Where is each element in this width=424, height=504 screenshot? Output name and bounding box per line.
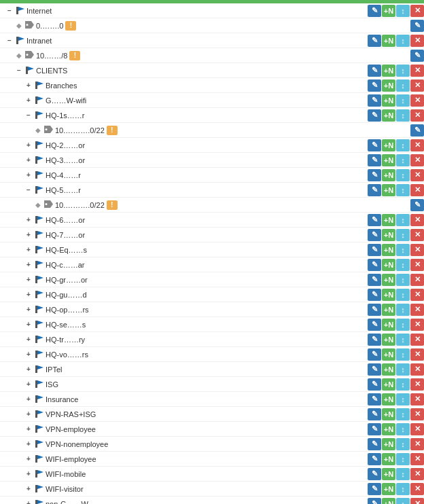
delete-button[interactable]: ✕ [410,94,424,107]
delete-button[interactable]: ✕ [410,5,424,17]
edit-button[interactable]: ✎ [410,50,424,62]
move-button[interactable]: ↕ [396,5,410,17]
expand-icon[interactable]: + [24,380,33,389]
edit-button[interactable]: ✎ [368,214,381,226]
delete-button[interactable]: ✕ [410,363,424,376]
edit-button[interactable]: ✎ [368,154,381,166]
expand-icon[interactable]: + [24,455,33,463]
add-button[interactable]: +N [382,35,395,47]
edit-button[interactable]: ✎ [368,423,381,435]
collapse-icon[interactable]: − [24,111,33,120]
add-button[interactable]: +N [382,423,395,435]
add-button[interactable]: +N [382,259,395,271]
add-button[interactable]: +N [382,5,395,17]
edit-button[interactable]: ✎ [368,5,381,17]
delete-button[interactable]: ✕ [410,274,424,286]
delete-button[interactable]: ✕ [410,229,424,241]
add-button[interactable]: +N [382,139,395,151]
edit-button[interactable]: ✎ [368,334,381,346]
add-button[interactable]: +N [382,304,395,316]
delete-button[interactable]: ✕ [410,289,424,301]
delete-button[interactable]: ✕ [410,154,424,166]
move-button[interactable]: ↕ [396,468,410,480]
edit-button[interactable]: ✎ [368,393,381,406]
expand-icon[interactable]: + [24,291,33,299]
delete-button[interactable]: ✕ [410,334,424,346]
add-button[interactable]: +N [382,348,395,361]
edit-button[interactable]: ✎ [368,79,381,92]
add-button[interactable]: +N [382,378,395,391]
add-button[interactable]: +N [382,468,395,480]
delete-button[interactable]: ✕ [410,35,424,47]
expand-icon[interactable]: + [24,485,33,493]
delete-button[interactable]: ✕ [410,438,424,450]
move-button[interactable]: ↕ [396,154,410,166]
edit-button[interactable]: ✎ [410,20,424,32]
delete-button[interactable]: ✕ [410,214,424,226]
edit-button[interactable]: ✎ [368,289,381,301]
edit-button[interactable]: ✎ [368,139,381,151]
expand-icon[interactable]: + [24,171,33,179]
collapse-icon[interactable]: − [24,186,33,194]
move-button[interactable]: ↕ [396,214,410,226]
expand-icon[interactable]: + [24,156,33,164]
collapse-icon[interactable]: − [15,67,23,75]
edit-button[interactable]: ✎ [410,199,424,211]
edit-button[interactable]: ✎ [368,169,381,181]
move-button[interactable]: ↕ [396,274,410,286]
add-button[interactable]: +N [382,483,395,495]
expand-icon[interactable]: + [24,395,33,403]
edit-button[interactable]: ✎ [368,274,381,286]
edit-button[interactable]: ✎ [368,348,381,361]
edit-button[interactable]: ✎ [368,184,381,196]
collapse-icon[interactable]: − [5,37,14,45]
delete-button[interactable]: ✕ [410,453,424,465]
collapse-icon[interactable]: − [5,7,14,15]
move-button[interactable]: ↕ [396,408,410,420]
edit-button[interactable]: ✎ [368,304,381,316]
move-button[interactable]: ↕ [396,453,410,465]
add-button[interactable]: +N [382,244,395,256]
delete-button[interactable]: ✕ [410,408,424,420]
delete-button[interactable]: ✕ [410,259,424,271]
delete-button[interactable]: ✕ [410,498,424,505]
delete-button[interactable]: ✕ [410,139,424,151]
expand-icon[interactable]: + [24,82,33,90]
add-button[interactable]: +N [382,229,395,241]
move-button[interactable]: ↕ [396,259,410,271]
delete-button[interactable]: ✕ [410,244,424,256]
add-button[interactable]: +N [382,334,395,346]
edit-button[interactable]: ✎ [368,109,381,122]
move-button[interactable]: ↕ [396,423,410,435]
expand-icon[interactable]: + [24,440,33,448]
add-button[interactable]: +N [382,408,395,420]
expand-icon[interactable]: + [24,321,33,329]
expand-icon[interactable]: + [24,500,33,505]
add-button[interactable]: +N [382,498,395,505]
expand-icon[interactable]: + [24,216,33,224]
delete-button[interactable]: ✕ [410,109,424,122]
add-button[interactable]: +N [382,65,395,77]
edit-button[interactable]: ✎ [368,408,381,420]
expand-icon[interactable]: + [24,365,33,374]
edit-button[interactable]: ✎ [368,363,381,376]
add-button[interactable]: +N [382,79,395,92]
expand-icon[interactable]: + [24,306,33,314]
move-button[interactable]: ↕ [396,334,410,346]
move-button[interactable]: ↕ [396,348,410,361]
edit-button[interactable]: ✎ [368,483,381,495]
add-button[interactable]: +N [382,319,395,331]
delete-button[interactable]: ✕ [410,319,424,331]
delete-button[interactable]: ✕ [410,169,424,181]
move-button[interactable]: ↕ [396,139,410,151]
add-button[interactable]: +N [382,363,395,376]
move-button[interactable]: ↕ [396,319,410,331]
move-button[interactable]: ↕ [396,363,410,376]
move-button[interactable]: ↕ [396,229,410,241]
move-button[interactable]: ↕ [396,94,410,107]
delete-button[interactable]: ✕ [410,79,424,92]
expand-icon[interactable]: + [24,425,33,433]
move-button[interactable]: ↕ [396,65,410,77]
expand-icon[interactable]: + [24,410,33,418]
move-button[interactable]: ↕ [396,35,410,47]
